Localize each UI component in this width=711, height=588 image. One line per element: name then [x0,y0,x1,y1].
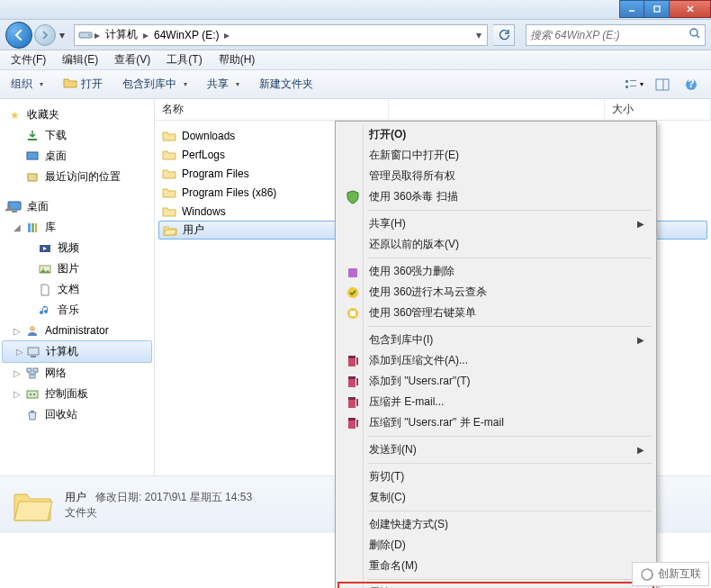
window-minimize-button[interactable] [619,0,644,18]
sidebar-libraries[interactable]: ◢库 [0,217,154,238]
ctx-delete[interactable]: 删除(D) [338,535,653,556]
organize-button[interactable]: 组织 [7,75,47,94]
ctx-send-to[interactable]: 发送到(N)▶ [338,439,653,460]
expand-icon[interactable]: ▷ [13,326,22,336]
ctx-open[interactable]: 打开(O) [338,124,653,145]
ctx-share[interactable]: 共享(H)▶ [338,213,653,234]
sidebar-item-control-panel[interactable]: ▷控制面板 [0,384,154,404]
back-button[interactable] [5,22,32,49]
sidebar-desktop-root[interactable]: ◢桌面 [0,196,154,217]
sidebar-favorites[interactable]: ★收藏夹 [0,104,154,125]
ctx-add-users-rar[interactable]: 添加到 "Users.rar"(T) [338,371,653,392]
ctx-admin-ownership[interactable]: 管理员取得所有权 [338,166,653,186]
new-folder-button[interactable]: 新建文件夹 [256,75,317,94]
ctx-360-menu-manage[interactable]: 使用 360管理右键菜单 [338,303,653,323]
svg-rect-9 [630,80,636,81]
ctx-compress-users-email[interactable]: 压缩到 "Users.rar" 并 E-mail [338,412,653,433]
open-icon [63,76,77,93]
sidebar-item-administrator[interactable]: ▷Administrator [0,321,154,340]
ctx-add-archive[interactable]: 添加到压缩文件(A)... [338,350,653,371]
folder-large-icon [11,484,54,527]
window-maximize-button[interactable] [644,0,670,18]
column-name[interactable]: 名称 [155,99,389,120]
sidebar-item-videos[interactable]: 视频 [0,238,154,258]
column-size[interactable]: 大小 [605,99,711,120]
expand-icon[interactable]: ▷ [13,368,22,378]
security-icon [344,284,362,302]
sidebar-item-documents[interactable]: 文档 [0,279,154,300]
watermark: 创新互联 [632,562,709,586]
ctx-include-library[interactable]: 包含到库中(I)▶ [338,330,653,350]
view-mode-button[interactable]: ▾ [621,75,646,95]
ctx-360-scan[interactable]: 使用 360杀毒 扫描 [338,186,653,207]
svg-rect-1 [654,6,660,12]
column-spacer[interactable] [389,99,605,120]
network-icon [25,366,40,381]
ctx-restore-versions[interactable]: 还原以前的版本(V) [338,234,653,255]
menu-tools[interactable]: 工具(T) [159,50,209,69]
shield-icon [344,188,362,206]
ctx-create-shortcut[interactable]: 创建快捷方式(S) [338,514,653,535]
sidebar-item-recent[interactable]: 最近访问的位置 [0,167,154,187]
collapse-icon[interactable]: ◢ [13,222,22,232]
svg-point-27 [42,267,44,269]
ctx-open-new-window[interactable]: 在新窗口中打开(E) [338,145,653,166]
breadcrumb-arrow[interactable]: ▸ [222,29,231,41]
svg-point-36 [33,394,35,395]
folder-icon [162,167,176,181]
submenu-arrow-icon: ▶ [637,445,644,455]
svg-rect-46 [348,376,356,379]
menu-edit[interactable]: 编辑(E) [55,50,105,69]
svg-point-6 [690,29,698,36]
svg-rect-18 [28,174,37,181]
ctx-properties[interactable]: 属性(R) [338,583,653,588]
include-in-library-button[interactable]: 包含到库中 [119,75,191,94]
ctx-360-trojan-scan[interactable]: 使用 360进行木马云查杀 [338,282,653,303]
svg-rect-11 [630,86,636,86]
breadcrumb-arrow[interactable]: ▸ [141,29,150,41]
ctx-cut[interactable]: 剪切(T) [338,466,653,487]
star-icon: ★ [7,108,22,122]
svg-rect-43 [348,356,356,358]
address-bar[interactable]: ▸ 计算机 ▸ 64WinXP (E:) ▸ ▾ [74,24,488,46]
history-dropdown[interactable]: ▾ [56,26,68,44]
window-close-button[interactable] [670,0,711,18]
sidebar-item-network[interactable]: ▷网络 [0,363,154,384]
search-box[interactable] [526,24,706,46]
ctx-copy[interactable]: 复制(C) [338,487,653,508]
breadcrumb-arrow[interactable]: ▸ [93,29,102,41]
svg-point-35 [30,394,32,395]
ctx-rename[interactable]: 重命名(M) [338,556,653,576]
computer-icon [26,345,40,359]
svg-point-5 [88,34,90,36]
ctx-compress-email[interactable]: 压缩并 E-mail... [338,392,653,412]
expand-icon[interactable]: ▷ [15,347,24,357]
archive-icon [344,352,362,370]
sidebar-item-pictures[interactable]: 图片 [0,258,154,279]
breadcrumb-computer[interactable]: 计算机 [102,25,141,45]
ctx-360-force-delete[interactable]: 使用 360强力删除 [338,261,653,282]
help-button[interactable]: ? [679,75,704,95]
search-input[interactable] [530,29,688,41]
details-name: 用户 [65,491,86,503]
svg-rect-8 [626,80,628,83]
video-icon [38,241,52,256]
menu-file[interactable]: 文件(F) [4,50,53,69]
sidebar-item-computer[interactable]: ▷计算机 [2,340,152,363]
sidebar-item-music[interactable]: 音乐 [0,300,154,321]
forward-button[interactable] [34,24,56,46]
open-button[interactable]: 打开 [59,74,106,95]
share-button[interactable]: 共享 [203,75,243,94]
menu-help[interactable]: 帮助(H) [212,50,263,69]
preview-pane-button[interactable] [650,75,675,95]
breadcrumb-drive[interactable]: 64WinXP (E:) [150,25,222,45]
sidebar-item-recycle-bin[interactable]: 回收站 [0,404,154,425]
expand-icon[interactable]: ▷ [13,389,22,399]
address-dropdown[interactable]: ▾ [474,29,483,41]
refresh-button[interactable] [493,24,515,46]
sidebar-item-downloads[interactable]: 下载 [0,125,154,146]
sidebar-item-desktop[interactable]: 桌面 [0,146,154,167]
menu-view[interactable]: 查看(V) [107,50,158,69]
collapse-icon[interactable]: ◢ [4,202,13,212]
folder-icon [162,204,176,219]
